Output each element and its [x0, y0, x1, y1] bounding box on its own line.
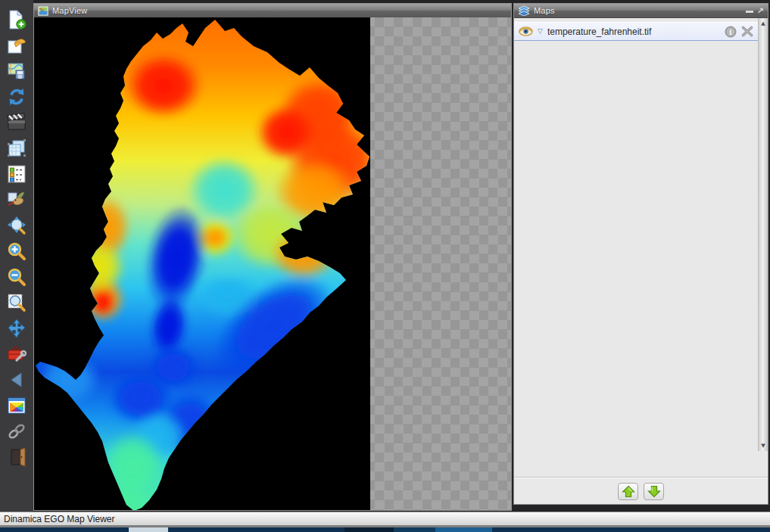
- zoom-extent-button[interactable]: [6, 215, 27, 235]
- maps-layer-list: ▽ temperature_fahrenheit.tif i ▲ ▼: [514, 18, 768, 478]
- tile-layers-icon: [7, 138, 26, 158]
- scroll-up-button[interactable]: ▲: [759, 18, 768, 29]
- animation-button[interactable]: [6, 112, 27, 132]
- mapview-titlebar[interactable]: MapView: [34, 4, 511, 18]
- status-bar: Dinamica EGO Map Viewer: [0, 512, 770, 525]
- hummingbird-icon: [7, 190, 26, 210]
- mapview-icon: [38, 6, 48, 16]
- legend-button[interactable]: [6, 163, 27, 184]
- maps-panel-titlebar[interactable]: Maps ↗: [514, 4, 768, 18]
- new-map-button[interactable]: [6, 9, 27, 30]
- toolbox-button[interactable]: [6, 344, 27, 364]
- taskbar-strip: [0, 527, 770, 532]
- refresh-icon: [7, 87, 26, 107]
- maps-scrollbar[interactable]: ▲ ▼: [758, 18, 768, 451]
- mapview-title: MapView: [52, 6, 87, 15]
- hummingbird-button[interactable]: [6, 189, 27, 210]
- move-layer-down-button[interactable]: [644, 483, 664, 500]
- zoom-in-icon: [7, 241, 26, 261]
- save-map-icon: [7, 61, 26, 81]
- new-map-icon: [7, 10, 26, 30]
- layer-row[interactable]: ▽ temperature_fahrenheit.tif i: [514, 22, 758, 41]
- color-palette-button[interactable]: [6, 395, 27, 415]
- mapview-window: MapView: [33, 3, 512, 511]
- pan-icon: [7, 319, 26, 338]
- green-up-arrow-icon: [622, 485, 635, 498]
- move-layer-up-button[interactable]: [618, 483, 638, 500]
- scroll-down-arrow-icon: ▼: [761, 443, 765, 449]
- temperature-raster: [34, 17, 370, 510]
- toolbox-icon: [7, 344, 26, 364]
- close-x-icon: [741, 26, 753, 37]
- zoom-out-icon: [7, 267, 26, 287]
- scrollbar-track[interactable]: [759, 29, 768, 440]
- exit-button[interactable]: [6, 446, 27, 467]
- toolbar: [0, 0, 33, 512]
- map-canvas[interactable]: [34, 17, 511, 510]
- green-down-arrow-icon: [647, 485, 661, 498]
- layer-reorder-bar: [514, 478, 768, 504]
- open-map-icon: [7, 36, 26, 55]
- zoom-extent-icon: [7, 216, 26, 235]
- maps-panel: Maps ↗ ▽ temperature_fahrenheit.tif i: [513, 3, 768, 505]
- detach-icon[interactable]: ↗: [757, 7, 764, 14]
- link-icon: [7, 422, 26, 441]
- expand-triangle-icon[interactable]: ▽: [538, 28, 543, 35]
- back-button[interactable]: [6, 369, 27, 390]
- layer-filename: temperature_fahrenheit.tif: [547, 26, 651, 37]
- maps-panel-title: Maps: [534, 6, 555, 15]
- scroll-up-arrow-icon: ▲: [761, 20, 765, 26]
- layer-close-button[interactable]: [741, 26, 753, 37]
- pan-button[interactable]: [6, 318, 27, 338]
- zoom-in-button[interactable]: [6, 241, 27, 261]
- layer-info-button[interactable]: i: [725, 26, 737, 38]
- refresh-button[interactable]: [6, 86, 27, 107]
- zoom-selection-icon: [7, 293, 26, 313]
- legend-icon: [7, 164, 26, 184]
- back-arrow-icon: [7, 370, 26, 390]
- zoom-selection-button[interactable]: [6, 292, 27, 313]
- animation-clapperboard-icon: [7, 113, 26, 132]
- save-map-button[interactable]: [6, 61, 27, 81]
- exit-door-icon: [7, 447, 26, 467]
- open-map-button[interactable]: [6, 35, 27, 55]
- minimize-icon[interactable]: [746, 11, 753, 14]
- scroll-down-button[interactable]: ▼: [759, 440, 768, 451]
- app-window: MapView: [0, 0, 770, 532]
- tile-layers-button[interactable]: [6, 138, 27, 158]
- status-text: Dinamica EGO Map Viewer: [4, 514, 115, 524]
- layers-icon: [518, 5, 530, 16]
- link-button[interactable]: [6, 421, 27, 441]
- info-glyph: i: [729, 28, 732, 36]
- color-palette-icon: [7, 396, 26, 415]
- visibility-eye-icon[interactable]: [519, 26, 533, 36]
- zoom-out-button[interactable]: [6, 266, 27, 287]
